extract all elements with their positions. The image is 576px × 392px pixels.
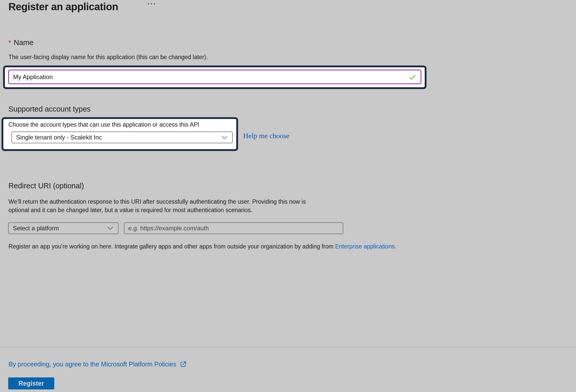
external-link-icon	[179, 360, 187, 368]
name-field-description: The user-facing display name for this ap…	[8, 54, 208, 61]
policy-link-text: By proceeding, you agree to the Microsof…	[8, 361, 176, 368]
redirect-uri-description: We’ll return the authentication response…	[8, 198, 306, 214]
redirect-uri-heading: Redirect URI (optional)	[8, 182, 84, 190]
required-asterisk: *	[8, 39, 11, 47]
more-actions-ellipsis-icon[interactable]: ···	[147, 0, 156, 8]
account-types-prompt: Choose the account types that can use th…	[8, 121, 236, 128]
enterprise-applications-link[interactable]: Enterprise applications	[335, 243, 395, 250]
platform-policies-link[interactable]: By proceeding, you agree to the Microsof…	[8, 360, 187, 368]
name-label-text: Name	[14, 38, 34, 47]
redirect-uri-controls-row: Select a platform	[8, 222, 343, 234]
account-types-highlight-box: Choose the account types that can use th…	[2, 117, 238, 151]
name-input-wrapper	[8, 70, 421, 84]
enterprise-note-period: .	[395, 243, 396, 250]
account-type-dropdown[interactable]: Single tenant only - Scalekit Inc	[12, 132, 233, 143]
register-button[interactable]: Register	[8, 377, 54, 389]
enterprise-note-text: Register an app you’re working on here. …	[8, 243, 335, 250]
footer-divider	[0, 347, 576, 347]
account-type-selected-value: Single tenant only - Scalekit Inc	[16, 134, 102, 141]
chevron-down-icon	[107, 225, 114, 232]
platform-placeholder-text: Select a platform	[13, 225, 59, 232]
valid-checkmark-icon	[408, 73, 417, 81]
redirect-description-line1: We’ll return the authentication response…	[8, 198, 306, 206]
enterprise-apps-note: Register an app you’re working on here. …	[8, 243, 396, 250]
redirect-description-line2: optional and it can be changed later, bu…	[8, 206, 306, 214]
name-input[interactable]	[9, 73, 408, 81]
redirect-uri-input[interactable]	[124, 222, 343, 234]
name-field-label: *Name	[8, 38, 34, 47]
account-types-heading: Supported account types	[8, 105, 91, 113]
page-title: Register an application	[8, 1, 118, 13]
platform-dropdown[interactable]: Select a platform	[8, 222, 119, 234]
chevron-down-icon	[221, 134, 228, 141]
help-me-choose-link[interactable]: Help me choose	[243, 132, 289, 140]
name-field-highlight-box	[3, 66, 426, 89]
